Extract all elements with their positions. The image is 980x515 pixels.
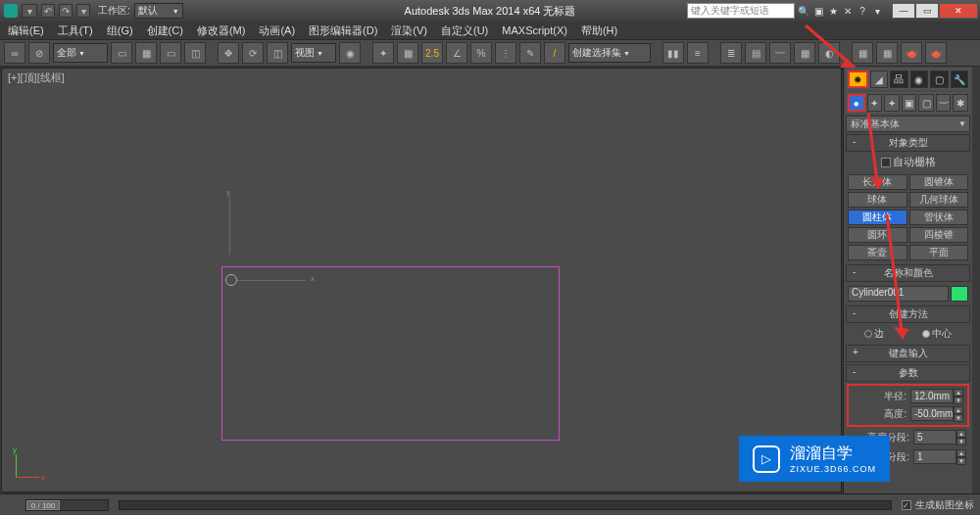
height-up-icon[interactable]: ▲ <box>954 406 963 414</box>
qa-open-icon[interactable]: ▾ <box>22 4 37 18</box>
beam-icon[interactable]: / <box>544 42 565 64</box>
align-icon[interactable]: ≡ <box>687 42 709 64</box>
timeline-track[interactable] <box>119 500 892 510</box>
radius-down-icon[interactable]: ▼ <box>954 397 963 404</box>
cat-spacewarps[interactable]: 〰 <box>936 94 952 112</box>
prim-teapot[interactable]: 茶壶 <box>848 245 907 260</box>
hsegs-up-icon[interactable]: ▲ <box>956 430 966 438</box>
command-panel-scrollbar[interactable] <box>972 67 980 493</box>
param-height-input[interactable]: -50.0mm <box>910 406 954 421</box>
param-hsegs-input[interactable]: 5 <box>913 430 956 445</box>
tab-utilities[interactable]: 🔧 <box>951 70 969 88</box>
mirror-icon[interactable]: ▮▮ <box>662 42 684 64</box>
window-minimize[interactable]: — <box>892 3 915 19</box>
qa-redo-icon[interactable]: ↷ <box>59 4 73 18</box>
cat-helpers[interactable]: ▢ <box>918 94 934 112</box>
search-go-icon[interactable]: 🔍 <box>797 4 810 18</box>
object-color-swatch[interactable] <box>951 286 968 302</box>
window-maximize[interactable]: ▭ <box>915 3 939 19</box>
menu-maxscript[interactable]: MAXScript(X) <box>502 24 567 36</box>
select-rect-icon[interactable]: ▭ <box>160 42 181 64</box>
window-crossing-icon[interactable]: ◫ <box>184 42 206 64</box>
infocenter-search[interactable]: 键入关键字或短语 <box>687 3 795 19</box>
genmap-checkbox[interactable] <box>902 500 911 510</box>
schematic-icon[interactable]: ▦ <box>794 42 815 64</box>
time-slider[interactable]: 0 / 100 <box>25 499 109 511</box>
tab-create[interactable]: ✹ <box>848 70 868 88</box>
rollout-object-type[interactable]: 对象类型 <box>846 134 970 152</box>
cat-lights[interactable]: ✦ <box>884 94 900 112</box>
prim-cone[interactable]: 圆锥体 <box>909 174 969 190</box>
curve-editor-icon[interactable]: 〰 <box>769 42 791 64</box>
menu-create[interactable]: 创建(C) <box>147 23 183 38</box>
link-icon[interactable]: ∞ <box>4 42 25 64</box>
qa-undo-icon[interactable]: ↶ <box>41 4 55 18</box>
qa-save-icon[interactable]: ▾ <box>76 4 90 18</box>
material-editor-icon[interactable]: ◐ <box>818 42 840 64</box>
render-frame-icon[interactable]: ▦ <box>876 42 898 64</box>
select-icon[interactable]: ▭ <box>111 42 132 64</box>
window-close[interactable]: ✕ <box>939 3 978 19</box>
workspace-select[interactable]: 默认▼ <box>134 3 183 19</box>
object-name-input[interactable]: Cylinder001 <box>848 286 949 302</box>
tab-modify[interactable]: ◢ <box>870 70 889 88</box>
autogrid-checkbox[interactable] <box>881 158 891 167</box>
edit-named-sel-icon[interactable]: ✎ <box>519 42 541 64</box>
menu-help[interactable]: 帮助(H) <box>581 23 617 38</box>
menu-tools[interactable]: 工具(T) <box>58 23 93 38</box>
select-manip-icon[interactable]: ✦ <box>372 42 394 64</box>
viewport-label[interactable]: [+][顶][线框] <box>8 70 65 85</box>
subcategory-dropdown[interactable]: 标准基本体 <box>846 116 970 132</box>
time-slider-knob[interactable]: 0 / 100 <box>26 500 60 510</box>
menu-group[interactable]: 组(G) <box>107 23 133 38</box>
rollout-create-method[interactable]: 创建方法 <box>846 305 970 323</box>
height-down-icon[interactable]: ▼ <box>954 414 963 422</box>
menu-edit[interactable]: 编辑(E) <box>8 23 44 38</box>
graphite-icon[interactable]: ▤ <box>745 42 766 64</box>
tab-motion[interactable]: ◉ <box>910 70 929 88</box>
cat-shapes[interactable]: ✦ <box>867 94 883 112</box>
named-selection-set[interactable]: 创建选择集▼ <box>568 43 651 63</box>
radio-edge[interactable] <box>864 330 872 338</box>
help-drop-icon[interactable]: ▾ <box>870 4 884 18</box>
percent-snap-icon[interactable]: % <box>470 42 492 64</box>
help-icon[interactable]: ? <box>856 4 869 18</box>
prim-geosphere[interactable]: 几何球体 <box>909 192 969 208</box>
prim-torus[interactable]: 圆环 <box>848 227 907 243</box>
menu-grapheditors[interactable]: 图形编辑器(D) <box>309 23 377 38</box>
prim-sphere[interactable]: 球体 <box>848 192 907 208</box>
cat-geometry[interactable]: ● <box>848 94 865 112</box>
select-name-icon[interactable]: ▦ <box>135 42 157 64</box>
menu-customize[interactable]: 自定义(U) <box>441 23 488 38</box>
move-icon[interactable]: ✥ <box>218 42 239 64</box>
prim-cylinder[interactable]: 圆柱体 <box>848 210 907 225</box>
menu-animation[interactable]: 动画(A) <box>259 23 295 38</box>
prim-tube[interactable]: 管状体 <box>909 210 969 225</box>
layers-icon[interactable]: ≣ <box>720 42 742 64</box>
spinner-snap-icon[interactable]: ⋮ <box>495 42 516 64</box>
csegs-up-icon[interactable]: ▲ <box>956 449 966 457</box>
rotate-icon[interactable]: ⟳ <box>242 42 264 64</box>
render-iter-icon[interactable]: 🫖 <box>925 42 947 64</box>
radius-up-icon[interactable]: ▲ <box>954 389 963 397</box>
cat-systems[interactable]: ✱ <box>953 94 968 112</box>
menu-rendering[interactable]: 渲染(V) <box>391 23 427 38</box>
exchange-icon[interactable]: ✕ <box>841 4 855 18</box>
refcoord-select[interactable]: 视图▼ <box>291 43 336 63</box>
tab-display[interactable]: ▢ <box>930 70 949 88</box>
param-csegs-input[interactable]: 1 <box>913 449 956 464</box>
param-radius-input[interactable]: 12.0mm <box>910 389 954 403</box>
tab-hierarchy[interactable]: 品 <box>890 70 908 88</box>
keymode-icon[interactable]: ▦ <box>397 42 418 64</box>
cat-cameras[interactable]: ▣ <box>902 94 917 112</box>
scale-icon[interactable]: ◫ <box>267 42 288 64</box>
prim-pyramid[interactable]: 四棱锥 <box>909 227 969 243</box>
viewport-top[interactable]: [+][顶][线框] y x y x <box>1 68 842 492</box>
angle-snap-icon[interactable]: ∠ <box>446 42 467 64</box>
hsegs-down-icon[interactable]: ▼ <box>956 438 966 445</box>
render-prod-icon[interactable]: 🫖 <box>901 42 922 64</box>
snaps-toggle-num[interactable]: 2.5 <box>421 42 443 64</box>
unlink-icon[interactable]: ⊘ <box>28 42 50 64</box>
prim-plane[interactable]: 平面 <box>909 245 969 260</box>
menu-modifiers[interactable]: 修改器(M) <box>197 23 246 38</box>
